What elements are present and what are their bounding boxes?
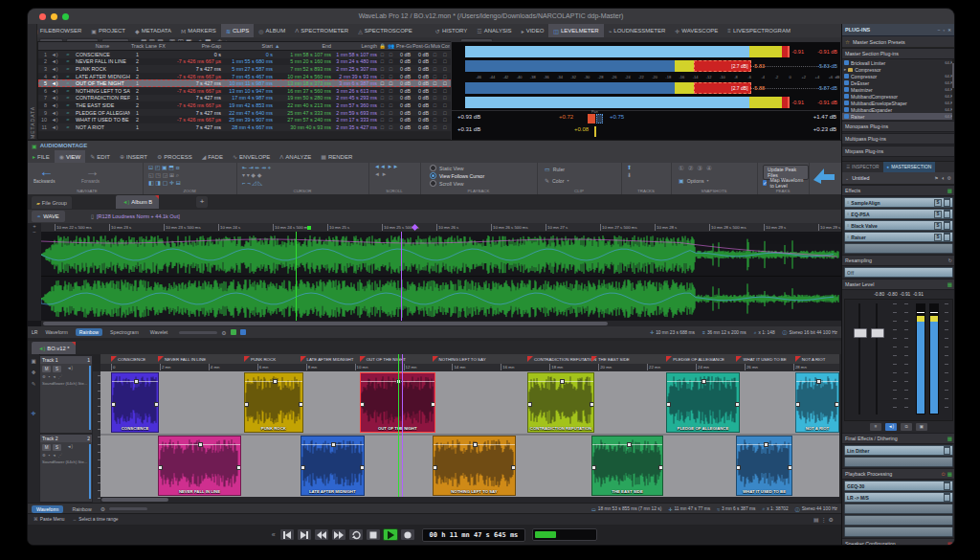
table-cell[interactable]: 0 dB [412, 52, 430, 57]
table-cell[interactable]: ≈ [61, 117, 75, 123]
table-row[interactable]: 1◄)≈CONSCIENCE10 s0 s1 mn 58 s 107 ms1 m… [38, 51, 452, 58]
wave-cursor-purple[interactable] [401, 232, 402, 321]
table-cell[interactable]: ◄) [48, 66, 61, 72]
ribbon-tab-view[interactable]: ◉VIEW [55, 150, 86, 163]
table-cell[interactable]: ◄) [48, 52, 61, 57]
ms-preset-row[interactable]: ⌄Untitled⚑ ⏴ ⚙ [842, 172, 955, 185]
snapshot-options[interactable]: ▣Options▾ [679, 177, 709, 184]
table-cell[interactable]: ◄) [48, 58, 61, 64]
table-cell[interactable]: ◄) [48, 124, 61, 130]
close-window-icon[interactable] [39, 13, 46, 20]
table-cell[interactable]: ◄) [48, 80, 61, 86]
mute-button[interactable]: M [42, 444, 51, 451]
track-small-icon[interactable]: ▪ [49, 374, 51, 379]
add-dither-icon[interactable]: ▦ [947, 436, 952, 441]
forward-button[interactable] [331, 528, 346, 541]
table-cell[interactable]: 0 dB [395, 52, 412, 57]
tab-wave[interactable]: ≈ WAVE [32, 211, 65, 222]
table-cell[interactable]: □ [387, 88, 395, 94]
minimize-window-icon[interactable] [51, 13, 57, 20]
fade-handle-left[interactable] [360, 402, 365, 407]
table-cell[interactable]: 11 [38, 124, 48, 130]
montage-tool-icon[interactable]: ✥ [28, 370, 39, 375]
tab-analysis[interactable]: ☲ANALYSIS [472, 24, 516, 37]
plugin-item[interactable]: Compressor64-F [842, 73, 955, 79]
table-cell[interactable]: □ [387, 74, 395, 79]
col-header[interactable]: Start [222, 43, 274, 49]
montage-scroll-thumb[interactable] [101, 498, 168, 502]
table-cell[interactable]: 0 dB [412, 58, 430, 64]
transport-collapse-icon[interactable]: « [272, 531, 276, 538]
table-cell[interactable]: 0 dB [395, 110, 412, 116]
ribbon-tab-analyze[interactable]: ΛANALYZE [275, 150, 316, 163]
plugins-scroll-thumb[interactable] [952, 63, 955, 88]
dither-slot-empty[interactable] [844, 457, 953, 467]
table-cell[interactable]: ≈ [61, 66, 75, 72]
fade-handle-right[interactable] [590, 402, 594, 407]
green-marker-head-icon[interactable] [307, 226, 311, 230]
table-cell[interactable]: 0 dB [395, 66, 412, 72]
add-tab-button[interactable]: + [196, 196, 208, 208]
table-cell[interactable]: □ [378, 102, 387, 108]
gear-icon[interactable]: ⚙ [221, 329, 226, 336]
fade-handle-left[interactable] [158, 465, 163, 470]
loop-button[interactable] [348, 528, 364, 541]
plugin-item[interactable]: MultibandExpander64-F [842, 106, 955, 113]
fade-handle-right[interactable] [658, 465, 663, 470]
panel-window-icons[interactable]: – ▫ ✕ [938, 28, 952, 33]
envelope-handle-center[interactable] [473, 442, 478, 447]
zoom-window-icon[interactable] [62, 13, 69, 20]
table-cell[interactable]: □ [387, 124, 395, 130]
fade-handle-right[interactable] [154, 402, 159, 407]
cursor-icons[interactable]: ⌐ ¬ ◿ ◺ [242, 179, 262, 186]
tab-clips[interactable]: ≋CLIPS [221, 24, 254, 37]
col-header[interactable]: ▲ [274, 43, 280, 49]
table-cell[interactable]: □ [440, 58, 450, 64]
edit-cursor-line[interactable] [402, 354, 403, 497]
col-header[interactable]: Post-Gain [412, 43, 430, 49]
envelope-handle-center[interactable] [331, 442, 336, 447]
tab-montage-doc[interactable]: ◄) BO.v12 * [32, 342, 76, 354]
table-cell[interactable]: □ [430, 52, 440, 57]
table-cell[interactable]: □ [378, 58, 387, 64]
envelope-handle-center[interactable] [816, 379, 821, 384]
track-marker[interactable]: LATE AFTER MIDNIGHT [301, 356, 354, 362]
ribbon-tab-fade[interactable]: ◢FADE [197, 150, 228, 163]
effect-slot-empty[interactable] [844, 243, 953, 254]
spectrum-icon[interactable] [240, 329, 246, 335]
col-header[interactable]: Track [130, 43, 145, 49]
track-marker[interactable]: CONSCIENCE [111, 356, 145, 362]
fade-handle-right[interactable] [511, 465, 516, 470]
table-cell[interactable]: 4 [38, 74, 48, 79]
back-arrow-icon[interactable]: ← [39, 163, 54, 179]
tab-history[interactable]: ↺HISTORY [431, 24, 472, 37]
track-title-row[interactable]: Track 22 [40, 435, 92, 442]
tab-file-group[interactable]: ▰ File Group [32, 196, 72, 209]
table-row[interactable]: 7◄)≈CONTRADICTION REFUTATION17 s 427 ms1… [38, 95, 452, 102]
table-cell[interactable]: 0 dB [395, 124, 412, 130]
col-header[interactable]: Pre-Gain [395, 43, 412, 49]
table-cell[interactable]: □ [440, 95, 450, 101]
table-cell[interactable]: □ [440, 110, 450, 116]
table-cell[interactable]: 1 [38, 52, 48, 57]
ribbon-tab-render[interactable]: ▦RENDER [316, 150, 357, 163]
table-cell[interactable]: □ [378, 95, 387, 101]
table-row[interactable]: 6◄)≈NOTHING LEFT TO SAY2-7 s 426 ms 667 … [38, 87, 452, 95]
table-row[interactable]: 8◄)≈THE EAST SIDE2-7 s 426 ms 667 µs19 m… [38, 101, 452, 109]
track-small-icon[interactable]: ⋰ [58, 453, 63, 458]
table-cell[interactable]: 0 dB [412, 110, 430, 116]
wave-editor[interactable]: + −10 mn 22 s 500 ms10 mn 23 s10 mn 23 s… [28, 223, 841, 338]
tracks-icons[interactable]: ⬆ [627, 164, 632, 170]
table-cell[interactable]: 7 [38, 95, 48, 101]
playback-option[interactable]: Static View [430, 165, 464, 171]
add-track-icon[interactable]: ✛ [28, 410, 39, 416]
track-marker[interactable]: PLEDGE OF ALLEGIANCE [666, 356, 724, 362]
solo-effect-button[interactable]: S [934, 199, 942, 207]
table-cell[interactable]: ≈ [61, 88, 75, 94]
hint-bar-icons[interactable]: ▤⋮⚙ [813, 516, 835, 523]
wave-view-tab-spectrogram[interactable]: Spectrogram [106, 328, 143, 336]
table-cell[interactable]: 0 dB [412, 95, 430, 101]
fade-handle-right[interactable] [299, 402, 303, 407]
zoom-icons[interactable]: ⊡ ◰ ▣ ⬒ ⧈ [148, 164, 180, 171]
record-button[interactable] [400, 528, 415, 541]
